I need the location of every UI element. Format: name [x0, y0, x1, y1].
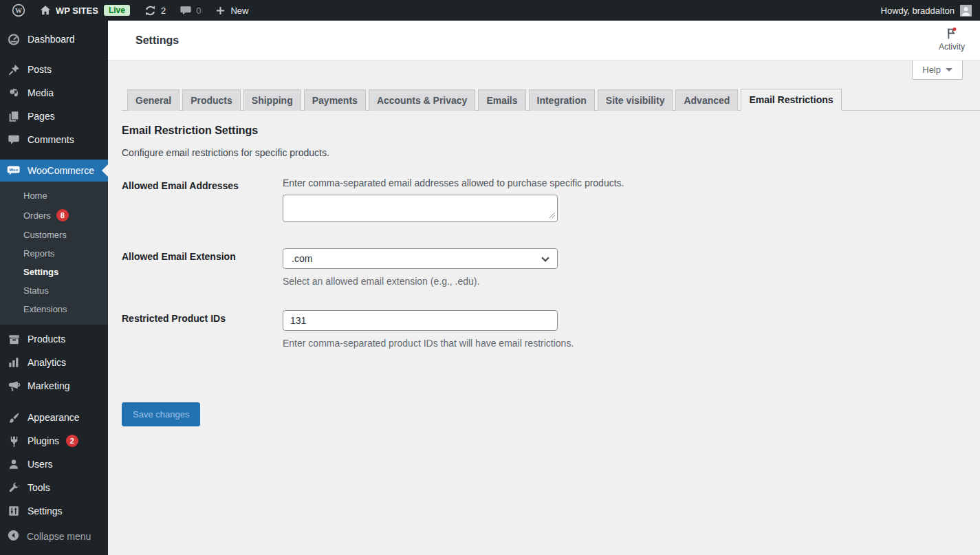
woocommerce-submenu: Home Orders 8 Customers Reports Settings… [0, 182, 108, 325]
sidebar-item-dashboard[interactable]: Dashboard [0, 28, 108, 51]
field-label: Allowed Email Addresses [122, 177, 283, 225]
restricted-product-ids-input[interactable] [283, 310, 558, 331]
field-help-text: Select an allowed email extension (e.g.,… [283, 276, 966, 287]
allowed-email-addresses-row: Allowed Email Addresses Enter comma-sepa… [122, 177, 966, 225]
sidebar-item-products[interactable]: Products [0, 327, 108, 351]
tab-advanced[interactable]: Advanced [675, 89, 738, 111]
field-help-text: Enter comma-separated email addresses al… [283, 177, 966, 188]
chevron-down-icon [541, 254, 549, 261]
comments-icon [7, 133, 21, 146]
sidebar-item-pages[interactable]: Pages [0, 105, 108, 128]
woocommerce-icon: Woo [7, 164, 21, 177]
submenu-item-extensions[interactable]: Extensions [0, 300, 108, 318]
sidebar-item-woocommerce[interactable]: Woo WooCommerce [0, 160, 108, 182]
appearance-icon [7, 411, 21, 424]
sidebar-item-tools[interactable]: Tools [0, 476, 108, 499]
page-title: Settings [108, 34, 179, 47]
sidebar-item-label: Appearance [28, 412, 80, 423]
updates-menu[interactable]: 2 [139, 0, 171, 21]
field-label: Restricted Product IDs [122, 310, 283, 349]
new-menu[interactable]: New [210, 0, 253, 21]
tab-accounts-privacy[interactable]: Accounts & Privacy [369, 89, 476, 111]
orders-count-badge: 8 [56, 209, 69, 221]
submenu-label: Orders [23, 210, 51, 221]
tools-icon [7, 481, 21, 494]
sidebar-item-label: Products [28, 334, 65, 345]
sidebar-item-label: Posts [28, 64, 52, 75]
submenu-label: Customers [23, 230, 67, 240]
submenu-item-status[interactable]: Status [0, 281, 108, 300]
sidebar-item-users[interactable]: Users [0, 453, 108, 476]
submenu-item-home[interactable]: Home [0, 186, 108, 205]
sidebar-item-settings[interactable]: Settings [0, 499, 108, 523]
sidebar-item-plugins[interactable]: Plugins 2 [0, 429, 108, 453]
account-menu[interactable]: Howdy, braddalton [881, 5, 980, 17]
tab-email-restrictions[interactable]: Email Restrictions [741, 89, 841, 111]
svg-text:Woo: Woo [9, 168, 18, 172]
analytics-icon [7, 356, 21, 369]
submenu-label: Reports [23, 248, 55, 259]
collapse-menu-label: Collapse menu [27, 531, 91, 542]
avatar [960, 5, 972, 17]
updates-icon [144, 4, 157, 17]
comments-menu[interactable]: 0 [175, 0, 206, 21]
sidebar-item-label: Marketing [28, 380, 69, 391]
products-icon [7, 332, 21, 346]
tab-general[interactable]: General [127, 89, 179, 111]
page-header: Settings Activity [108, 21, 980, 61]
sidebar-item-media[interactable]: Media [0, 81, 108, 105]
site-menu[interactable]: WP SITES Live [34, 0, 135, 21]
current-menu-arrow [102, 164, 108, 177]
media-icon [7, 86, 21, 100]
plugins-count-badge: 2 [66, 435, 78, 447]
submenu-item-orders[interactable]: Orders 8 [0, 205, 108, 226]
tab-integration[interactable]: Integration [529, 89, 595, 111]
tab-products[interactable]: Products [182, 89, 241, 111]
activity-button[interactable]: Activity [939, 26, 965, 52]
sidebar-item-label: Tools [28, 482, 50, 493]
sidebar-item-comments[interactable]: Comments [0, 128, 108, 151]
activity-label: Activity [939, 42, 965, 52]
restricted-product-ids-row: Restricted Product IDs Enter comma-separ… [122, 310, 966, 349]
section-description: Configure email restrictions for specifi… [122, 147, 966, 158]
help-button[interactable]: Help [912, 61, 963, 80]
tab-payments[interactable]: Payments [304, 89, 366, 111]
submenu-item-customers[interactable]: Customers [0, 226, 108, 244]
submenu-label: Status [23, 285, 49, 296]
collapse-menu-button[interactable]: Collapse menu [0, 523, 108, 549]
tab-emails[interactable]: Emails [478, 89, 525, 111]
allowed-email-extension-row: Allowed Email Extension .com Select an a… [122, 248, 966, 287]
allowed-email-extension-select[interactable]: .com [283, 248, 558, 269]
submenu-label: Home [23, 191, 47, 201]
plugins-icon [7, 434, 21, 448]
sidebar-item-label: Pages [28, 111, 55, 122]
sidebar-item-label: Settings [28, 505, 63, 516]
sidebar-item-analytics[interactable]: Analytics [0, 351, 108, 374]
sidebar-item-appearance[interactable]: Appearance [0, 406, 108, 429]
submenu-item-settings[interactable]: Settings [0, 263, 108, 281]
sidebar-item-label: Media [28, 87, 54, 98]
tab-shipping[interactable]: Shipping [243, 89, 301, 111]
wordpress-logo-icon[interactable]: W [7, 0, 30, 21]
help-label: Help [922, 65, 941, 75]
plus-icon [215, 5, 226, 17]
tab-site-visibility[interactable]: Site visibility [598, 89, 673, 111]
help-caret-icon [946, 68, 952, 72]
comments-count: 0 [196, 6, 201, 16]
site-name: WP SITES [56, 6, 98, 16]
sidebar-item-label: Analytics [28, 357, 66, 368]
sidebar-item-posts[interactable]: Posts [0, 58, 108, 81]
wordpress-logo-icon: W [12, 3, 25, 17]
allowed-email-addresses-textarea[interactable] [283, 195, 558, 222]
admin-sidebar: Dashboard Posts Media P [0, 21, 108, 555]
new-label: New [230, 6, 248, 16]
sidebar-item-marketing[interactable]: Marketing [0, 374, 108, 398]
save-changes-button[interactable]: Save changes [122, 402, 200, 426]
resize-grip-icon[interactable] [549, 209, 556, 221]
admin-bar: W WP SITES Live 2 0 [0, 0, 980, 21]
sidebar-item-label: Dashboard [28, 34, 75, 45]
home-icon [39, 4, 52, 17]
selected-option: .com [292, 253, 312, 264]
submenu-item-reports[interactable]: Reports [0, 244, 108, 263]
main-content: Settings Activity Help General Products … [108, 0, 980, 454]
